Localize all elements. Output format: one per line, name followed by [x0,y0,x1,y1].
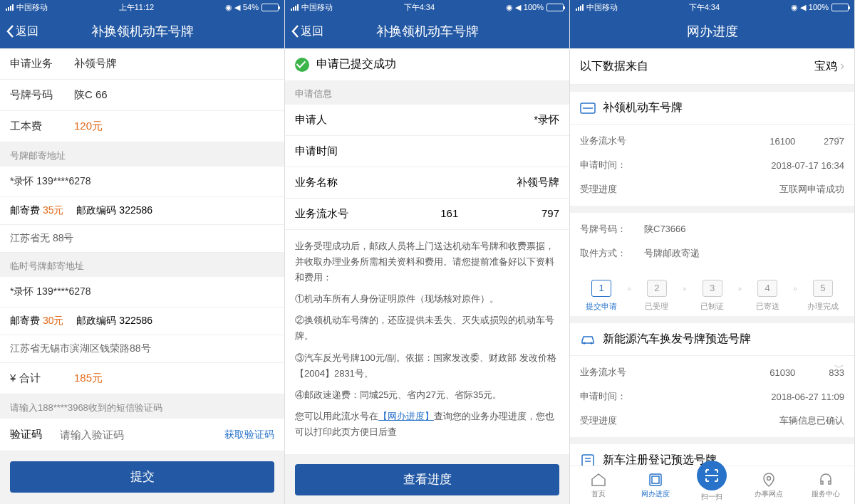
step-5: 5办理完成 [797,280,849,312]
svg-point-2 [584,342,586,344]
signal-icon [291,4,299,11]
svg-point-9 [767,476,771,480]
progress-steps: 1提交申请 » 2已受理 » 3已制证 » 4已寄送 » 5办理完成 [570,270,854,316]
svg-point-3 [591,342,593,344]
plate-icon [580,102,596,115]
serial-row: 业务流水号161 797 [285,199,569,230]
get-code-button[interactable]: 获取验证码 [224,429,274,441]
mail-addr-header: 号牌邮寄地址 [0,142,284,167]
battery-icon [831,4,849,11]
business-type-row: 申请业务补领号牌 [0,48,284,80]
apply-info-header: 申请信息 [285,80,569,105]
tab-locations[interactable]: 办事网点 [740,466,797,504]
view-progress-button[interactable]: 查看进度 [295,464,559,495]
tab-scan[interactable]: 扫一扫 [684,466,741,504]
recipient-2: *录怀 139****6278 [0,277,284,308]
progress-icon [648,472,663,488]
cost-row: 工本费120元 [0,111,284,142]
headset-icon [819,472,833,488]
sms-hint: 请输入188****3968收到的短信验证码 [0,394,284,419]
scan-icon [697,461,727,490]
success-banner: 申请已提交成功 [285,48,569,80]
battery-icon [261,4,279,11]
svg-rect-4 [582,455,594,466]
signal-icon [6,4,14,11]
step-2: 2已受理 [631,280,683,312]
submit-button[interactable]: 提交 [10,461,274,493]
progress-card-2[interactable]: 新能源汽车换发号牌预选号牌 ﹀ 业务流水号61030 833 申请时间：2018… [570,323,854,437]
check-circle-icon [295,58,309,72]
address-1: 江苏省无 88号 [0,225,284,253]
verification-input[interactable] [60,429,224,441]
step-3: 3已制证 [686,280,737,312]
chevron-left-icon [6,24,14,38]
address-2: 江苏省无锡市滨湖区钱荣路88号 [0,335,284,363]
code-input-row: 验证码 获取验证码 [0,419,284,451]
chevron-down-icon: ﹀ [834,362,844,374]
battery-icon [546,4,564,11]
back-button[interactable]: 返回 [6,24,38,39]
temp-addr-header: 临时号牌邮寄地址 [0,253,284,277]
nav-bar: 网办进度 [570,14,854,48]
page-title: 补换领机动车号牌 [376,23,479,40]
data-source-row[interactable]: 以下数据来自 宝鸡 › [570,48,854,85]
status-bar: 中国移动 下午4:34 ◉ ◀100% [570,0,854,14]
recipient-1: *录怀 139****6278 [0,167,284,197]
plate-number-row: 号牌号码陕C 66 [0,80,284,111]
chevron-up-icon: ︿ [834,130,844,143]
register-icon [580,454,596,466]
apply-time-row: 申请时间 [285,136,569,167]
nav-bar: 返回 补换领机动车号牌 [0,14,284,48]
step-1: 1提交申请 [576,280,627,312]
chevron-right-icon: › [840,58,844,73]
location-icon [763,472,774,488]
tab-home[interactable]: 首页 [570,466,627,504]
tab-service[interactable]: 服务中心 [797,466,854,504]
mail-fee-1: 邮寄费 35元 邮政编码 322586 [0,197,284,225]
status-bar: 中国移动 上午11:12 ◉ ◀54% [0,0,284,14]
biz-name-row: 业务名称补领号牌 [285,167,569,199]
nav-bar: 返回 补换领机动车号牌 [285,14,569,48]
notice-block: 业务受理成功后，邮政人员将上门送达机动车号牌和收费票据，并收取办理业务所需相关资… [285,230,569,454]
tab-progress[interactable]: 网办进度 [627,466,684,504]
status-bar: 中国移动 下午4:34 ◉ ◀100% [285,0,569,14]
total-row: ¥ 合计185元 [0,363,284,394]
step-4: 4已寄送 [742,280,793,312]
home-icon [591,472,606,488]
page-title: 补换领机动车号牌 [91,23,194,40]
chevron-left-icon [291,24,299,38]
progress-link[interactable]: 【网办进度】 [378,411,434,421]
back-button[interactable]: 返回 [291,24,323,39]
car-icon [580,333,596,346]
signal-icon [576,4,584,11]
applicant-row: 申请人*录怀 [285,105,569,136]
svg-rect-8 [652,476,659,483]
tab-bar: 首页 网办进度 扫一扫 办事网点 服务中心 [570,466,854,504]
page-title: 网办进度 [687,23,738,40]
progress-card-1[interactable]: 补领机动车号牌 ︿ 业务流水号16100 2797 申请时间：2018-07-1… [570,92,854,316]
mail-fee-2: 邮寄费 30元 邮政编码 322586 [0,308,284,335]
